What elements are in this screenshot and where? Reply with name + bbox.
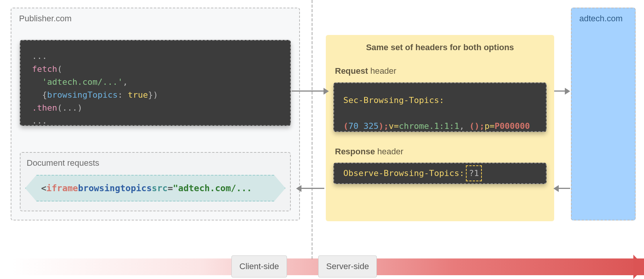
then-keyword: .then <box>32 103 57 113</box>
brace-close: }) <box>148 90 158 100</box>
request-header-label: Request header <box>335 66 396 76</box>
client-side-label: Client-side <box>231 255 287 277</box>
paren-open-1: ( <box>343 121 348 131</box>
adtech-label: adtech.com <box>579 14 623 24</box>
iframe-attr-browsingtopics: browsingtopics <box>78 183 152 193</box>
headers-panel-title: Same set of headers for both options <box>326 43 554 52</box>
response-header-rest: header <box>375 147 403 156</box>
v-key: v= <box>389 121 399 131</box>
code-dots: ... <box>32 51 47 61</box>
arrow-request-to-adtech <box>554 90 566 92</box>
opt-val: true <box>128 90 148 100</box>
paren-close-1: ); <box>379 121 389 131</box>
arrow-fetch-to-headers <box>292 90 324 92</box>
iframe-tag: iframe <box>46 183 78 193</box>
fetch-code-box: ... fetch( 'adtech.com/...', {browsingTo… <box>20 40 291 126</box>
request-header-bold: Request <box>335 66 368 76</box>
opt-colon: : <box>118 90 128 100</box>
arrow-response-to-iframe <box>301 188 324 189</box>
observe-browsing-topics-header: Observe-Browsing-Topics: <box>343 167 464 180</box>
arrow-adtech-to-response <box>558 188 570 189</box>
opt-key: browsingTopics <box>47 90 118 100</box>
fetch-url: 'adtech.com/...' <box>42 77 123 87</box>
headers-panel: Same set of headers for both options Req… <box>326 35 554 221</box>
sec-browsing-topics-header: Sec-Browsing-Topics: <box>343 95 444 105</box>
topic-70: 70 <box>348 121 359 131</box>
iframe-tag-box: <iframe browsingtopics src="adtech.com/.… <box>25 175 285 201</box>
p-val: P000000 <box>494 121 530 131</box>
fetch-open: ( <box>57 64 62 74</box>
fetch-keyword: fetch <box>32 64 57 74</box>
p-key: p= <box>485 121 495 131</box>
observe-value: ?1 <box>466 165 482 181</box>
response-header-label: Response header <box>335 147 403 157</box>
adtech-panel: adtech.com <box>571 8 636 220</box>
request-header-box: Sec-Browsing-Topics: (70 325);v=chrome.1… <box>333 82 547 132</box>
v-val: chrome.1:1:1 <box>399 121 459 131</box>
iframe-eq: = <box>167 183 173 193</box>
response-header-box: Observe-Browsing-Topics: ?1 <box>333 163 547 184</box>
iframe-lt: < <box>41 183 46 193</box>
then-args: (...) <box>57 103 82 113</box>
paren-2: (); <box>469 121 485 131</box>
fetch-comma: , <box>123 77 128 87</box>
value-comma: , <box>459 121 470 131</box>
document-requests-label: Document requests <box>27 158 99 168</box>
brace-open: { <box>42 90 47 100</box>
topic-325: 325 <box>359 121 379 131</box>
client-server-divider <box>311 0 313 259</box>
request-header-rest: header <box>368 66 397 76</box>
code-dots-2: ... <box>32 116 47 125</box>
response-header-bold: Response <box>335 147 375 156</box>
iframe-src-val: "adtech.com/... <box>173 183 252 193</box>
iframe-attr-src: src <box>152 183 168 193</box>
publisher-label: Publisher.com <box>19 14 72 24</box>
server-side-label: Server-side <box>318 255 377 277</box>
diagram-canvas: Publisher.com ... fetch( 'adtech.com/...… <box>0 0 644 279</box>
